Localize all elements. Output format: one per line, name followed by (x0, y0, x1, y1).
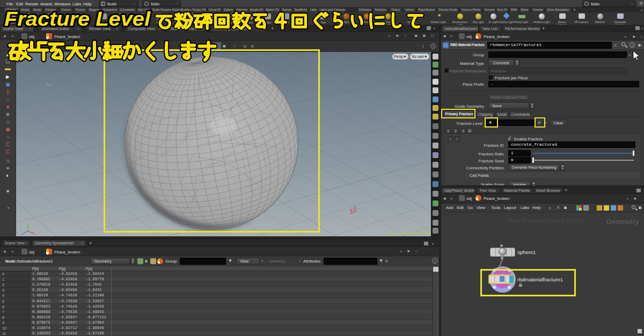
svg-text:Fracture Level: Fracture Level (4, 8, 151, 30)
svg-text:Non-Commercial Edition: Non-Commercial Edition (387, 230, 431, 235)
